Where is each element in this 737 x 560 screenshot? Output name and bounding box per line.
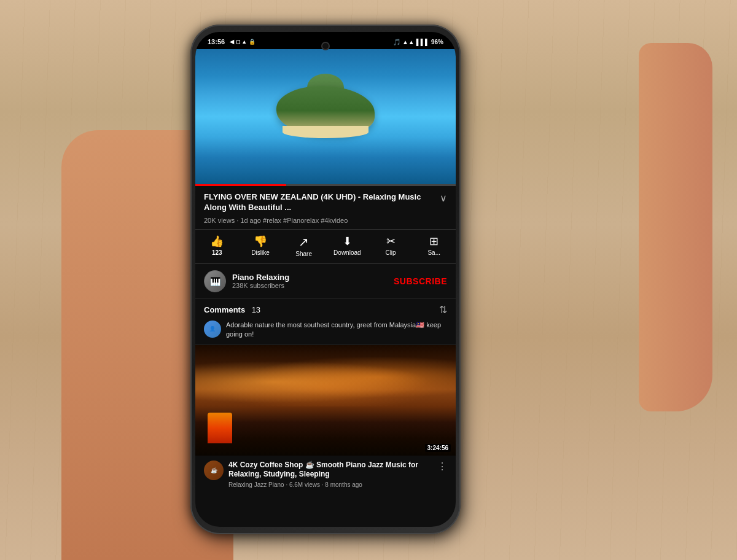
share-button[interactable]: ↗ Share — [282, 230, 326, 263]
sort-icon[interactable]: ⇅ — [439, 304, 447, 316]
comments-title-group: Comments 13 — [204, 304, 260, 315]
expand-icon[interactable]: ∨ — [440, 192, 447, 204]
next-channel-name: Relaxing Jazz Piano — [228, 481, 284, 488]
status-right: 🎵 ▲▲ ▌▌▌ 96% — [393, 39, 443, 45]
video-info: FLYING OVER NEW ZEALAND (4K UHD) - Relax… — [195, 186, 456, 217]
video-duration: 3:24:56 — [425, 444, 451, 452]
phone-body: 13:56 ◀ ◻ ▲ 🔒 🎵 ▲▲ ▌▌▌ 96% — [190, 25, 461, 534]
save-icon: ⊞ — [429, 236, 439, 247]
subscribe-button[interactable]: SUBSCRIBE — [394, 276, 447, 286]
share-label: Share — [295, 251, 312, 257]
comments-label: Comments — [204, 305, 245, 314]
save-label: Sa... — [427, 249, 440, 256]
dislike-label: Dislike — [251, 249, 269, 256]
channel-info: Piano Relaxing 238K subscribers — [232, 273, 394, 289]
cafe-lights — [195, 357, 456, 406]
next-video-title: 4K Cozy Coffee Shop ☕ Smooth Piano Jazz … — [228, 461, 432, 480]
video-progress-bar[interactable] — [195, 184, 456, 186]
comment-text: Adorable nature the most southest countr… — [226, 321, 447, 340]
status-left: 13:56 ◀ ◻ ▲ 🔒 — [208, 38, 255, 45]
scene: 13:56 ◀ ◻ ▲ 🔒 🎵 ▲▲ ▌▌▌ 96% — [0, 0, 737, 560]
channel-row: 🎹 Piano Relaxing 238K subscribers SUBSCR… — [195, 264, 456, 299]
channel-avatar[interactable]: 🎹 — [204, 270, 226, 292]
video-time: 1d ago — [240, 217, 261, 224]
video-thumbnail[interactable] — [195, 49, 456, 184]
next-channel-avatar: ☕ — [204, 461, 224, 480]
wifi-icon: ▲▲ — [402, 39, 415, 45]
action-buttons-row: 👍 123 👎 Dislike ↗ Share ⬇ Download — [195, 229, 456, 264]
comment-row: 👤 Adorable nature the most southest coun… — [204, 321, 447, 340]
like-icon: 👍 — [210, 236, 224, 247]
next-video-menu-icon[interactable]: ⋮ — [437, 461, 447, 472]
status-time: 13:56 — [208, 38, 225, 45]
like-count: 123 — [212, 249, 222, 256]
video-meta: 20K views · 1d ago #relax #Pianorelax #4… — [195, 217, 456, 229]
share-icon: ↗ — [298, 236, 309, 248]
content-area: FLYING OVER NEW ZEALAND (4K UHD) - Relax… — [195, 186, 456, 493]
hand-right — [639, 43, 712, 411]
next-video-text: 4K Cozy Coffee Shop ☕ Smooth Piano Jazz … — [228, 461, 432, 488]
commenter-avatar: 👤 — [204, 321, 221, 338]
next-video-thumbnail[interactable]: 3:24:56 — [195, 345, 456, 456]
channel-avatar-icon: 🎹 — [210, 276, 220, 286]
download-button[interactable]: ⬇ Download — [326, 230, 369, 263]
like-button[interactable]: 👍 123 — [195, 230, 239, 263]
channel-subscribers: 238K subscribers — [232, 282, 394, 289]
status-icons: ◀ ◻ ▲ 🔒 — [230, 39, 255, 45]
video-hashtags: #relax #Pianorelax #4kvideo — [263, 217, 348, 224]
clip-icon: ✂ — [386, 236, 396, 247]
island-visual — [264, 74, 387, 141]
signal-icon: ▌▌▌ — [416, 39, 429, 45]
video-title: FLYING OVER NEW ZEALAND (4K UHD) - Relax… — [204, 192, 435, 213]
channel-name[interactable]: Piano Relaxing — [232, 273, 394, 282]
dislike-icon: 👎 — [254, 236, 267, 247]
comments-header: Comments 13 ⇅ — [204, 304, 447, 316]
next-video-info: ☕ 4K Cozy Coffee Shop ☕ Smooth Piano Jaz… — [195, 456, 456, 493]
progress-fill — [195, 184, 286, 186]
save-button[interactable]: ⊞ Sa... — [412, 230, 456, 263]
camera-notch — [321, 42, 330, 50]
next-video-meta: Relaxing Jazz Piano · 6.6M views · 8 mon… — [228, 481, 432, 488]
download-icon: ⬇ — [343, 236, 352, 247]
video-views: 20K views — [204, 217, 235, 224]
phone-screen: 13:56 ◀ ◻ ▲ 🔒 🎵 ▲▲ ▌▌▌ 96% — [195, 32, 456, 527]
bluetooth-icon: 🎵 — [393, 39, 400, 45]
comments-count: 13 — [252, 305, 260, 314]
download-label: Download — [333, 249, 361, 256]
next-channel-icon: ☕ — [211, 467, 217, 473]
next-video[interactable]: 3:24:56 ☕ 4K Cozy Coffee Shop ☕ Smooth P… — [195, 345, 456, 493]
dislike-button[interactable]: 👎 Dislike — [239, 230, 283, 263]
clip-label: Clip — [385, 249, 396, 256]
next-video-views: 6.6M views — [289, 481, 320, 488]
commenter-initial: 👤 — [209, 326, 216, 332]
fireplace — [208, 413, 232, 443]
comments-section: Comments 13 ⇅ 👤 Adorable nature the most… — [195, 299, 456, 345]
next-video-age: 8 months ago — [325, 481, 362, 488]
battery-level: 96% — [431, 39, 443, 45]
clip-button[interactable]: ✂ Clip — [369, 230, 413, 263]
island-beach — [283, 126, 368, 138]
